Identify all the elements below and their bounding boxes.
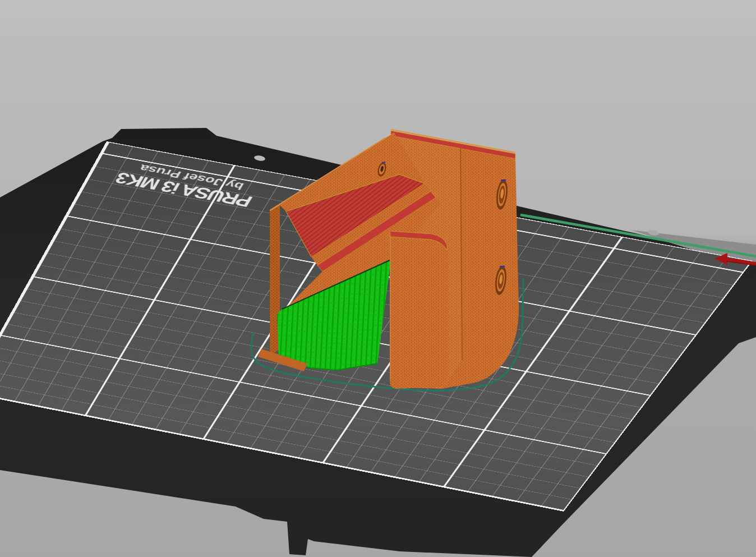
model-front-leg[interactable] [390,231,449,389]
axis-y-line [520,215,756,256]
gcode-preview-viewport[interactable]: PRUSA i3 MK3 by Josef Prusa [0,0,756,557]
printed-model[interactable] [258,130,519,389]
